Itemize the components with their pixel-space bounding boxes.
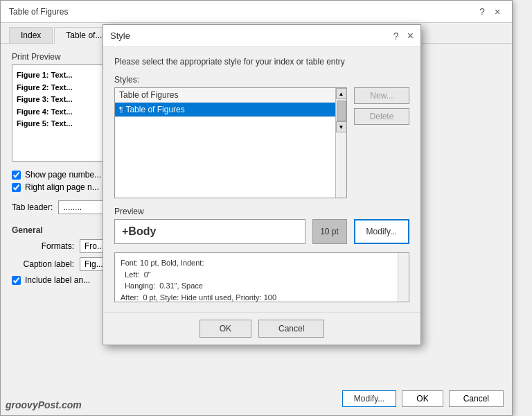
bg-tab-index[interactable]: Index [9, 27, 53, 43]
caption-label-field: Caption label: [12, 259, 74, 269]
font-info-section: Font: 10 pt, Bold, Indent: Left: 0" Hang… [114, 252, 409, 302]
show-page-numbers-label: Show page numbe... [25, 170, 101, 180]
style-title-controls: ? × [393, 31, 414, 42]
include-label-text: Include label an... [25, 275, 90, 285]
scroll-down-arrow[interactable]: ▼ [336, 121, 347, 132]
bg-titlebar: Table of Figures ? × [1, 1, 512, 23]
preview-section: Preview +Body 10 pt Modify... [114, 207, 409, 244]
style-dialog-titlebar: Style ? × [103, 25, 420, 47]
style-dialog: Style ? × Please select the appropriate … [103, 24, 421, 345]
preview-section-label: Preview [114, 207, 409, 216]
preview-font-text: +Body [122, 225, 156, 238]
styles-list-container: Table of Figures ¶ Table of Figures ▲ ▼ [114, 87, 347, 198]
style-item-inner: ¶ Table of Figures [119, 105, 342, 114]
preview-font-box: +Body [114, 219, 305, 244]
formats-label: Formats: [12, 241, 74, 251]
watermark: groovyPost.com [6, 399, 82, 410]
scroll-up-arrow[interactable]: ▲ [336, 88, 347, 99]
styles-section: Styles: Table of Figures ¶ Table of Figu… [114, 75, 409, 198]
include-label-checkbox[interactable] [12, 276, 21, 285]
styles-scrollbar[interactable]: ▲ ▼ [335, 88, 346, 198]
right-align-checkbox[interactable] [12, 183, 21, 192]
delete-style-button[interactable]: Delete [354, 108, 409, 125]
styles-label: Styles: [114, 75, 409, 85]
bg-close-button[interactable]: × [491, 6, 504, 18]
new-style-button[interactable]: New... [354, 87, 409, 104]
styles-action-buttons: New... Delete [354, 87, 409, 198]
right-align-label: Right align page n... [25, 182, 99, 192]
style-item-selected[interactable]: ¶ Table of Figures [115, 103, 346, 117]
bg-cancel-button[interactable]: Cancel [449, 390, 504, 407]
font-info-line2: Left: 0" [121, 269, 403, 281]
tab-leader-label: Tab leader: [12, 202, 53, 212]
style-cancel-button[interactable]: Cancel [258, 320, 324, 338]
style-ok-button[interactable]: OK [200, 320, 251, 338]
style-paragraph-icon: ¶ [119, 106, 123, 114]
styles-row: Table of Figures ¶ Table of Figures ▲ ▼ [114, 87, 409, 198]
bg-bottom-buttons: Modify... OK Cancel [342, 390, 504, 407]
show-page-numbers-checkbox[interactable] [12, 171, 21, 180]
bg-ok-button[interactable]: OK [402, 390, 443, 407]
styles-list[interactable]: Table of Figures ¶ Table of Figures [115, 88, 346, 198]
font-info-line3: Hanging: 0.31", Space [121, 280, 403, 292]
style-dialog-bottom-buttons: OK Cancel [103, 312, 420, 345]
bg-title-controls: ? × [476, 6, 504, 18]
preview-pt-box: 10 pt [312, 219, 347, 244]
style-item-label: Table of Figures [125, 105, 184, 114]
style-dialog-content: Please select the appropriate style for … [103, 47, 420, 312]
font-info-line1: Font: 10 pt, Bold, Indent: [121, 257, 403, 269]
preview-pt-text: 10 pt [320, 227, 339, 236]
modify-style-button[interactable]: Modify... [354, 219, 409, 244]
font-info-scrollbar[interactable] [398, 253, 409, 302]
font-info-line4: After: 0 pt, Style: Hide until used, Pri… [121, 292, 403, 303]
style-item-header[interactable]: Table of Figures [115, 88, 346, 103]
preview-row: +Body 10 pt Modify... [114, 219, 409, 244]
style-item-header-label: Table of Figures [119, 90, 178, 100]
scroll-thumb[interactable] [337, 101, 346, 121]
bg-modify-button[interactable]: Modify... [342, 390, 396, 407]
style-dialog-title: Style [110, 31, 130, 41]
bg-help-button[interactable]: ? [476, 6, 488, 18]
style-close-button[interactable]: × [407, 31, 414, 42]
instruction-text: Please select the appropriate style for … [114, 57, 409, 67]
bg-dialog-title: Table of Figures [9, 7, 68, 17]
style-help-button[interactable]: ? [393, 31, 399, 42]
